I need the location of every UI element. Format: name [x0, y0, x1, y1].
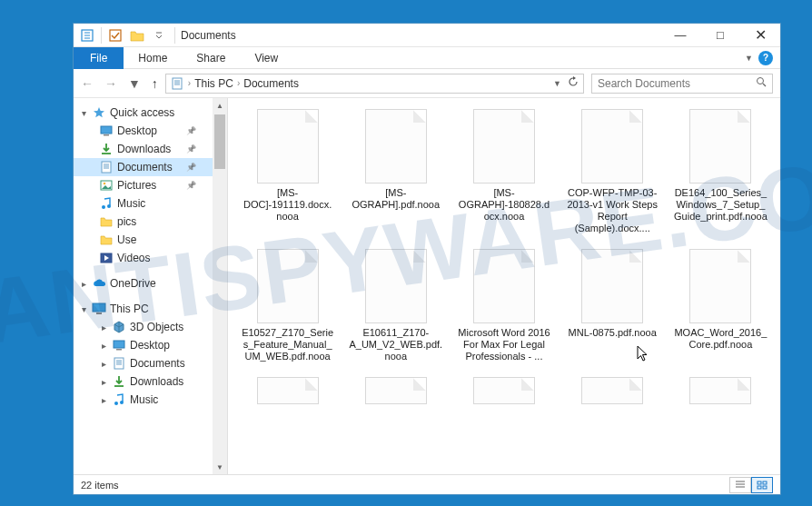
sidebar-item[interactable]: Music: [74, 194, 213, 213]
sidebar-item[interactable]: Use: [74, 231, 213, 249]
bc-sep-icon: ›: [184, 78, 194, 88]
svg-point-10: [758, 78, 764, 84]
tree-this-pc[interactable]: ▾ This PC: [74, 300, 213, 318]
tree-quick-access[interactable]: ▾ Quick access: [74, 104, 213, 122]
tree-onedrive[interactable]: ▸ OneDrive: [74, 274, 213, 293]
file-item[interactable]: [MS-OGRAPH].pdf.nooa: [345, 104, 446, 240]
sidebar-item[interactable]: ▸Downloads: [74, 372, 213, 391]
sidebar-item[interactable]: ▸Music: [74, 391, 213, 409]
up-button[interactable]: ↑: [152, 76, 158, 91]
file-item[interactable]: [237, 372, 338, 410]
file-menu[interactable]: File: [74, 47, 124, 69]
file-item[interactable]: [670, 372, 771, 410]
tree-label: Desktop: [130, 339, 196, 352]
file-item[interactable]: [MS-OGRAPH]-180828.docx.nooa: [453, 104, 554, 240]
tree-label: Desktop: [117, 124, 182, 137]
scroll-down-icon[interactable]: ▼: [213, 460, 227, 474]
file-item[interactable]: COP-WFP-TMP-03-2013-v1 Work Steps Report…: [562, 104, 663, 240]
search-input[interactable]: [598, 77, 756, 90]
svg-rect-25: [96, 313, 102, 314]
checkbox-icon[interactable]: [105, 26, 125, 45]
breadcrumb[interactable]: › This PC › Documents ▼: [165, 74, 584, 94]
file-item[interactable]: MOAC_Word_2016_Core.pdf.nooa: [670, 243, 771, 368]
back-button[interactable]: ←: [81, 76, 94, 91]
nav-arrows: ← → ▼ ↑: [81, 76, 158, 91]
chevron-right-icon[interactable]: ▸: [99, 341, 108, 351]
file-thumbnail-icon: [257, 377, 319, 404]
file-name: [MS-OGRAPH]-180828.docx.nooa: [457, 187, 550, 223]
tree-label: pics: [117, 215, 182, 228]
downloads-icon: [99, 142, 114, 156]
search-box[interactable]: [591, 74, 773, 94]
scroll-thumb[interactable]: [214, 114, 225, 169]
file-thumbnail-icon: [581, 109, 643, 184]
forward-button[interactable]: →: [104, 76, 117, 91]
sidebar-item[interactable]: Downloads📌: [74, 140, 213, 158]
sidebar-item[interactable]: ▸Desktop: [74, 336, 213, 354]
file-name: Microsoft Word 2016 For Max For Legal Pr…: [457, 327, 550, 362]
scroll-up-icon[interactable]: ▲: [213, 98, 227, 113]
file-thumbnail-icon: [581, 249, 643, 323]
details-view-button[interactable]: [729, 477, 751, 493]
chevron-down-icon[interactable]: ▾: [79, 108, 88, 118]
tree-label: This PC: [110, 303, 196, 315]
sidebar-item[interactable]: Documents📌: [74, 158, 213, 176]
sidebar-item[interactable]: pics: [74, 213, 213, 231]
documents-icon: [170, 76, 184, 91]
tab-home[interactable]: Home: [124, 47, 182, 69]
bc-dropdown-icon[interactable]: ▼: [553, 79, 561, 88]
chevron-down-icon[interactable]: ▾: [79, 304, 88, 314]
file-item[interactable]: [562, 372, 663, 410]
chevron-right-icon[interactable]: ▸: [99, 395, 108, 405]
chevron-right-icon[interactable]: ▸: [99, 377, 108, 387]
qat-dropdown-icon[interactable]: [149, 26, 169, 45]
icons-view-button[interactable]: [751, 477, 773, 493]
file-item[interactable]: E10611_Z170-A_UM_V2_WEB.pdf.nooa: [345, 243, 446, 368]
folder-icon[interactable]: [127, 26, 147, 45]
bc-root[interactable]: This PC: [194, 77, 233, 90]
file-thumbnail-icon: [689, 249, 751, 323]
file-item[interactable]: [MS-DOC]-191119.docx.nooa: [237, 104, 338, 240]
address-bar-row: ← → ▼ ↑ › This PC › Documents ▼: [74, 69, 780, 98]
history-dropdown-icon[interactable]: ▼: [128, 76, 141, 91]
chevron-right-icon[interactable]: ▸: [99, 322, 108, 332]
file-thumbnail-icon: [365, 377, 427, 404]
file-name: DE164_100_Series_Windows_7_Setup_Guide_p…: [674, 187, 767, 223]
minimize-button[interactable]: —: [660, 24, 700, 47]
tab-share[interactable]: Share: [182, 47, 240, 69]
svg-rect-40: [758, 486, 761, 489]
file-name: MNL-0875.pdf.nooa: [569, 327, 657, 339]
help-icon[interactable]: ?: [758, 51, 773, 65]
bc-current[interactable]: Documents: [243, 77, 299, 90]
file-item[interactable]: MNL-0875.pdf.nooa: [562, 243, 663, 368]
file-item[interactable]: DE164_100_Series_Windows_7_Setup_Guide_p…: [670, 104, 771, 240]
file-item[interactable]: Microsoft Word 2016 For Max For Legal Pr…: [453, 243, 554, 368]
tree-label: Music: [130, 393, 196, 406]
sidebar-item[interactable]: Pictures📌: [74, 176, 213, 194]
ribbon-expand-icon[interactable]: ▼: [745, 54, 753, 63]
tab-view[interactable]: View: [240, 47, 292, 69]
sidebar-item[interactable]: ▸Documents: [74, 354, 213, 372]
nav-scrollbar[interactable]: ▲ ▼: [213, 98, 227, 474]
folder-icon: [99, 214, 114, 229]
close-button[interactable]: ✕: [740, 24, 780, 47]
properties-icon[interactable]: [77, 26, 97, 45]
chevron-right-icon[interactable]: ▸: [79, 279, 88, 289]
refresh-icon[interactable]: [567, 75, 579, 91]
svg-rect-41: [763, 486, 767, 489]
file-thumbnail-icon: [689, 377, 751, 404]
sidebar-item[interactable]: Desktop📌: [74, 122, 213, 140]
sidebar-item[interactable]: Videos: [74, 249, 213, 267]
file-item[interactable]: [453, 372, 554, 410]
chevron-right-icon[interactable]: ▸: [99, 359, 108, 369]
sidebar-item[interactable]: ▸3D Objects: [74, 318, 213, 336]
3d-icon: [112, 320, 126, 334]
quick-access-toolbar: [74, 26, 173, 45]
maximize-button[interactable]: □: [700, 24, 740, 47]
search-icon[interactable]: [756, 76, 767, 90]
file-item[interactable]: [345, 372, 446, 410]
music-icon: [99, 196, 114, 211]
svg-rect-13: [104, 134, 109, 136]
file-item[interactable]: E10527_Z170_Series_Feature_Manual_UM_WEB…: [237, 243, 338, 368]
tree-label: Videos: [117, 252, 182, 264]
